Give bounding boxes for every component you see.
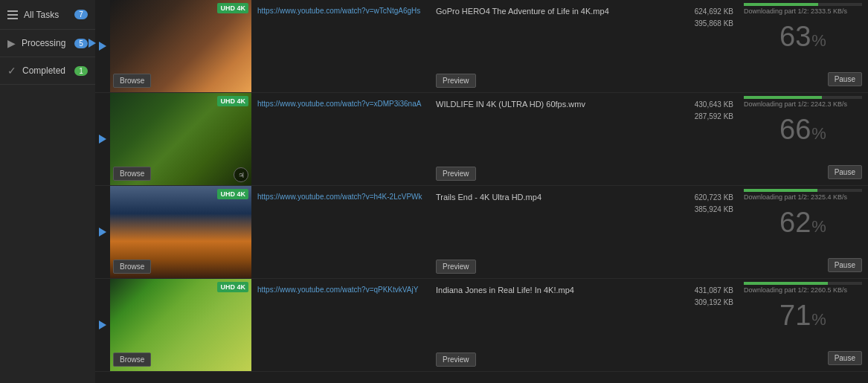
uhd-badge-1: UHD 4K (217, 3, 248, 13)
pause-area-3: Pause (744, 258, 862, 275)
processing-label: Processing (22, 38, 74, 48)
progress-bar-3 (744, 189, 862, 192)
url-col-3: https://www.youtube.com/watch?v=h4K-2LcV… (251, 186, 430, 278)
play-button-1[interactable] (99, 42, 106, 51)
progress-fill-2 (744, 96, 822, 99)
browse-button-2[interactable]: Browse (113, 167, 151, 181)
url-col-1: https://www.youtube.com/watch?v=wTcNtgA6… (251, 0, 430, 92)
sidebar: All Tasks 7 ▶ Processing 5 ✓ Completed 1 (0, 0, 95, 383)
thumbnail-4: UHD 4K Browse (110, 279, 251, 371)
preview-button-4[interactable]: Preview (436, 353, 476, 367)
pct-sym-3: % (811, 217, 826, 236)
all-tasks-badge: 7 (74, 10, 88, 19)
completed-label: Completed (22, 65, 74, 76)
sidebar-item-completed[interactable]: ✓ Completed 1 (0, 57, 95, 85)
progress-percent-3: 62 % (744, 204, 862, 258)
uhd-badge-2: UHD 4K (217, 96, 248, 106)
size-total-4: 431,087 KB (695, 285, 733, 297)
progress-percent-2: 66 % (744, 111, 862, 165)
size-total-3: 620,723 KB (695, 192, 733, 204)
filename-col-4: Indiana Jones in Real Life! In 4K!.mp4 P… (430, 279, 671, 371)
uhd-badge-4: UHD 4K (217, 282, 248, 292)
pct-sym-2: % (811, 124, 826, 144)
progress-empty-2 (822, 96, 862, 99)
preview-button-1[interactable]: Preview (436, 74, 476, 88)
pause-button-4[interactable]: Pause (828, 351, 862, 365)
pct-sym-1: % (811, 31, 826, 51)
sidebar-header: All Tasks 7 (0, 0, 95, 30)
url-col-4: https://www.youtube.com/watch?v=qPKKtvkV… (251, 279, 430, 371)
preview-button-2[interactable]: Preview (436, 167, 476, 181)
progress-col-1: Downloading part 1/2: 2333.5 KB/s 63 % P… (738, 0, 868, 92)
pause-button-2[interactable]: Pause (828, 165, 862, 179)
url-text-2: https://www.youtube.com/watch?v=xDMP3i36… (257, 99, 424, 109)
preview-button-3[interactable]: Preview (436, 260, 476, 274)
progress-empty-4 (828, 282, 862, 285)
play-button-3[interactable] (99, 228, 106, 236)
size-done-4: 309,192 KB (695, 297, 733, 309)
size-done-3: 385,924 KB (695, 204, 733, 216)
table-row: UHD 4K Browse https://www.youtube.com/wa… (95, 0, 868, 93)
pause-button-1[interactable]: Pause (828, 72, 862, 86)
task-list: UHD 4K Browse https://www.youtube.com/wa… (95, 0, 868, 383)
browse-button-1[interactable]: Browse (113, 74, 151, 88)
filename-col-3: Trails End - 4K Ultra HD.mp4 Preview (430, 186, 671, 278)
hamburger-icon[interactable] (7, 10, 18, 19)
size-done-1: 395,868 KB (695, 18, 733, 30)
progress-fill-4 (744, 282, 828, 285)
table-row: UHD 4K Browse https://www.youtube.com/wa… (95, 186, 868, 279)
globe-icon-2: ♃ (234, 167, 248, 182)
speed-text-3: Downloading part 1/2: 2325.4 KB/s (744, 193, 862, 201)
processing-icon: ▶ (7, 37, 16, 49)
progress-bar-4 (744, 282, 862, 285)
progress-col-3: Downloading part 1/2: 2325.4 KB/s 62 % P… (738, 186, 868, 278)
completed-icon: ✓ (7, 65, 16, 77)
progress-fill-3 (744, 189, 817, 192)
browse-button-3[interactable]: Browse (113, 260, 151, 274)
sidebar-title: All Tasks (24, 10, 74, 20)
progress-fill-1 (744, 3, 818, 6)
table-row: UHD 4K Browse ♃ https://www.youtube.com/… (95, 93, 868, 186)
filename-text-3: Trails End - 4K Ultra HD.mp4 (436, 192, 665, 203)
browse-button-4[interactable]: Browse (113, 353, 151, 367)
url-col-2: https://www.youtube.com/watch?v=xDMP3i36… (251, 93, 430, 185)
pause-area-2: Pause (744, 165, 862, 182)
sidebar-item-processing[interactable]: ▶ Processing 5 (0, 30, 95, 57)
speed-text-1: Downloading part 1/2: 2333.5 KB/s (744, 7, 862, 15)
row-play-4[interactable] (95, 279, 110, 371)
pause-button-3[interactable]: Pause (828, 258, 862, 272)
thumbnail-2: UHD 4K Browse ♃ (110, 93, 251, 185)
filename-col-2: WILDLIFE IN 4K (ULTRA HD) 60fps.wmv Prev… (430, 93, 671, 185)
pause-area-4: Pause (744, 351, 862, 368)
row-play-3[interactable] (95, 186, 110, 278)
progress-empty-3 (817, 189, 862, 192)
progress-col-2: Downloading part 1/2: 2242.3 KB/s 66 % P… (738, 93, 868, 185)
pct-num-4: 71 (779, 300, 811, 332)
progress-bar-1 (744, 3, 862, 6)
thumb-buttons-4: Browse (113, 353, 151, 367)
pct-num-2: 66 (779, 114, 811, 146)
progress-percent-4: 71 % (744, 297, 862, 351)
play-button-4[interactable] (99, 321, 106, 329)
size-done-2: 287,592 KB (695, 111, 733, 123)
size-col-4: 431,087 KB 309,192 KB (671, 279, 738, 371)
filename-text-1: GoPro HERO4 The Adventure of Life in 4K.… (436, 6, 665, 17)
pct-num-1: 63 (779, 21, 811, 53)
uhd-badge-3: UHD 4K (217, 189, 248, 199)
processing-badge: 5 (74, 39, 88, 48)
row-play-2[interactable] (95, 93, 110, 185)
play-button-2[interactable] (99, 135, 106, 144)
progress-bar-2 (744, 96, 862, 99)
progress-empty-1 (818, 3, 862, 6)
size-col-1: 624,692 KB 395,868 KB (671, 0, 738, 92)
size-total-2: 430,643 KB (695, 99, 733, 111)
filename-col-1: GoPro HERO4 The Adventure of Life in 4K.… (430, 0, 671, 92)
url-text-4: https://www.youtube.com/watch?v=qPKKtvkV… (257, 285, 424, 295)
url-text-1: https://www.youtube.com/watch?v=wTcNtgA6… (257, 6, 424, 16)
url-text-3: https://www.youtube.com/watch?v=h4K-2LcV… (257, 192, 424, 202)
size-col-2: 430,643 KB 287,592 KB (671, 93, 738, 185)
speed-text-4: Downloading part 1/2: 2260.5 KB/s (744, 286, 862, 294)
thumb-buttons-3: Browse (113, 260, 151, 274)
progress-percent-1: 63 % (744, 18, 862, 72)
row-play-1[interactable] (95, 0, 110, 92)
